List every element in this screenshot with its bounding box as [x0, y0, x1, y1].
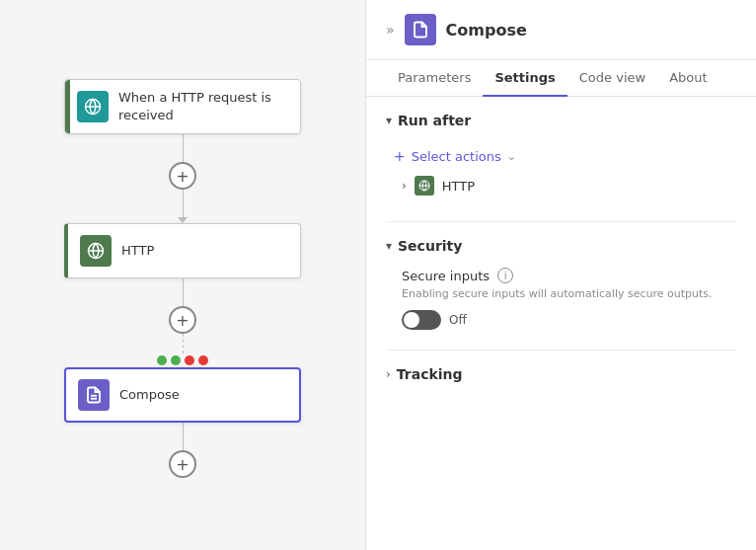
http-node-label: HTTP — [121, 242, 154, 260]
secure-inputs-toggle-row: Off — [402, 310, 736, 330]
tracking-section: › Tracking — [386, 366, 736, 382]
add-between-2[interactable]: + — [169, 306, 196, 334]
security-title: Security — [398, 238, 462, 254]
secure-inputs-label: Secure inputs — [402, 269, 490, 283]
http-request-node-icon — [77, 91, 109, 122]
line-5 — [183, 423, 184, 450]
run-after-section: ▾ Run after + Select actions ⌄ › — [386, 113, 736, 201]
run-after-header[interactable]: ▾ Run after — [386, 113, 736, 128]
run-after-http-item[interactable]: › HTTP — [386, 170, 736, 201]
compose-node-icon — [78, 379, 110, 411]
collapse-button[interactable]: » — [386, 22, 395, 38]
run-after-chevron: ▾ — [386, 114, 392, 127]
panel-content: ▾ Run after + Select actions ⌄ › — [366, 97, 756, 418]
divider-2 — [386, 350, 736, 351]
tracking-chevron: › — [386, 367, 391, 381]
flow-canvas: When a HTTP request is received + HTTP + — [0, 0, 365, 550]
http-item-chevron: › — [402, 179, 407, 193]
connector-2: + — [157, 278, 208, 367]
dot-3 — [185, 355, 194, 365]
line-2 — [183, 190, 184, 217]
right-panel: » Compose Parameters Settings Code view … — [365, 0, 756, 550]
tracking-title: Tracking — [397, 366, 463, 382]
compose-node[interactable]: Compose — [64, 367, 301, 423]
toggle-off-label: Off — [449, 313, 467, 327]
dot-2 — [171, 355, 181, 365]
dot-1 — [157, 355, 167, 365]
tab-about[interactable]: About — [657, 60, 718, 97]
line-4 — [183, 334, 184, 354]
tab-parameters[interactable]: Parameters — [386, 60, 483, 97]
panel-header-icon — [405, 14, 436, 45]
secure-inputs-description: Enabling secure inputs will automaticall… — [402, 287, 736, 300]
panel-title: Compose — [446, 21, 527, 39]
add-bottom[interactable]: + — [169, 450, 196, 478]
run-after-title: Run after — [398, 113, 471, 128]
line-3 — [183, 278, 184, 306]
divider-1 — [386, 221, 736, 222]
tab-codeview[interactable]: Code view — [567, 60, 657, 97]
security-content: Secure inputs i Enabling secure inputs w… — [386, 268, 736, 330]
node-left-bar — [65, 80, 70, 133]
tab-settings[interactable]: Settings — [483, 60, 567, 97]
compose-node-label: Compose — [119, 386, 180, 404]
http-request-node-label: When a HTTP request is received — [118, 89, 288, 124]
security-section: ▾ Security Secure inputs i Enabling secu… — [386, 238, 736, 330]
select-actions-chevron: ⌄ — [507, 150, 516, 163]
plus-icon: + — [394, 148, 406, 164]
secure-inputs-row: Secure inputs i — [402, 268, 736, 283]
http-node-icon — [80, 235, 112, 267]
tracking-header[interactable]: › Tracking — [386, 366, 736, 382]
info-icon[interactable]: i — [497, 268, 513, 283]
secure-inputs-toggle[interactable] — [402, 310, 441, 330]
tabs-bar: Parameters Settings Code view About — [366, 60, 756, 97]
dot-4 — [198, 355, 208, 365]
toggle-knob — [404, 312, 419, 328]
connector-1: + — [169, 134, 196, 223]
http-item-icon — [415, 176, 434, 196]
http-node[interactable]: HTTP — [64, 223, 301, 278]
connector-3: + — [169, 423, 196, 478]
select-actions-label: Select actions — [412, 149, 501, 164]
add-between-1[interactable]: + — [169, 162, 196, 190]
line-1 — [183, 134, 184, 162]
http-request-node[interactable]: When a HTTP request is received — [64, 79, 301, 134]
select-actions-row[interactable]: + Select actions ⌄ — [386, 142, 736, 170]
status-dots — [157, 355, 208, 365]
http-item-label: HTTP — [442, 179, 475, 194]
security-header[interactable]: ▾ Security — [386, 238, 736, 254]
security-chevron: ▾ — [386, 239, 392, 253]
panel-header: » Compose — [366, 0, 756, 60]
